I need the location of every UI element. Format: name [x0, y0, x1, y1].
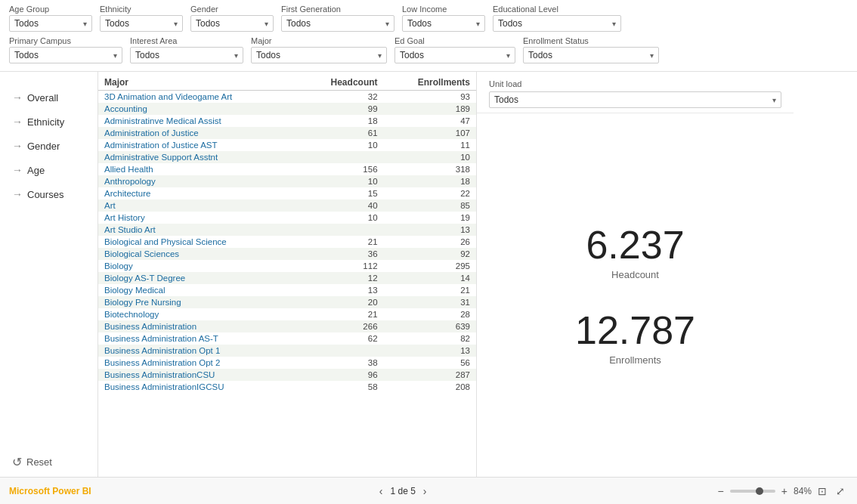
cell-headcount: 96 — [299, 369, 384, 381]
unit-load-value: Todos — [494, 94, 518, 105]
cell-headcount: 18 — [299, 115, 384, 127]
filter-group-first_generation: First Generation Todos ▾ — [281, 5, 394, 32]
filter-select-1[interactable]: Todos ▾ — [100, 15, 183, 32]
sidebar-item-gender[interactable]: →Gender — [0, 134, 97, 158]
majors-table: Major Headcount Enrollments 3D Animation… — [98, 75, 476, 393]
table-row[interactable]: Biological Sciences 36 92 — [98, 248, 476, 260]
cell-major: Allied Health — [98, 163, 299, 175]
filter-group-gender: Gender Todos ▾ — [190, 5, 274, 32]
table-row[interactable]: Biology 112 295 — [98, 260, 476, 272]
cell-headcount — [299, 345, 384, 357]
filter-select-4[interactable]: Todos ▾ — [402, 15, 485, 32]
table-row[interactable]: Business Administration Opt 2 38 56 — [98, 357, 476, 369]
sidebar: →Overall→Ethnicity→Gender→Age→Courses ↺ … — [0, 72, 98, 477]
cell-headcount: 32 — [299, 91, 384, 104]
filter-label-0: Age Group — [9, 5, 92, 14]
filter-select-3[interactable]: Todos ▾ — [281, 15, 394, 32]
table-row[interactable]: Biotechnology 21 28 — [98, 308, 476, 320]
cell-major: Business AdministrationCSU — [98, 369, 299, 381]
table-row[interactable]: Business AdministrationIGCSU 58 208 — [98, 381, 476, 393]
table-row[interactable]: Art 40 85 — [98, 199, 476, 212]
reset-button[interactable]: ↺ Reset — [0, 447, 97, 477]
sidebar-item-age[interactable]: →Age — [0, 158, 97, 182]
prev-page-button[interactable]: ‹ — [376, 484, 386, 499]
unit-load-select[interactable]: Todos ▾ — [489, 91, 781, 108]
zoom-slider[interactable] — [730, 490, 775, 493]
zoom-controls: − + 84% ⊡ ⤢ — [715, 485, 848, 497]
sidebar-label-4: Courses — [27, 189, 63, 200]
cell-enrollments: 13 — [384, 345, 476, 357]
table-row[interactable]: Administratinve Medical Assist 18 47 — [98, 115, 476, 127]
sidebar-arrow-4: → — [12, 188, 23, 200]
cell-major: Anthropology — [98, 175, 299, 187]
col-enrollments: Enrollments — [384, 75, 476, 91]
filter2-select-0[interactable]: Todos ▾ — [9, 47, 122, 63]
cell-enrollments: 85 — [384, 199, 476, 212]
cell-headcount: 58 — [299, 381, 384, 393]
table-row[interactable]: Biology Medical 13 21 — [98, 284, 476, 296]
sidebar-item-courses[interactable]: →Courses — [0, 182, 97, 206]
cell-enrollments: 22 — [384, 187, 476, 199]
sidebar-arrow-1: → — [12, 116, 23, 128]
cell-major: Biology — [98, 260, 299, 272]
table-row[interactable]: Art History 10 19 — [98, 212, 476, 224]
zoom-out-button[interactable]: − — [715, 485, 727, 497]
cell-headcount: 156 — [299, 163, 384, 175]
filter2-select-2[interactable]: Todos ▾ — [251, 47, 387, 63]
filter2-label-2: Major — [251, 36, 387, 45]
cell-headcount: 36 — [299, 248, 384, 260]
cell-enrollments: 189 — [384, 103, 476, 115]
table-row[interactable]: Allied Health 156 318 — [98, 163, 476, 175]
table-row[interactable]: Business AdministrationCSU 96 287 — [98, 369, 476, 381]
table-row[interactable]: Biology AS-T Degree 12 14 — [98, 272, 476, 284]
table-row[interactable]: Art Studio Art 13 — [98, 224, 476, 236]
zoom-in-button[interactable]: + — [778, 485, 790, 497]
filter2-select-4[interactable]: Todos ▾ — [523, 47, 659, 63]
filter-group-educational_level: Educational Level Todos ▾ — [493, 5, 621, 32]
table-row[interactable]: Business Administration 266 639 — [98, 320, 476, 332]
filter-label-3: First Generation — [281, 5, 394, 14]
sidebar-item-overall[interactable]: →Overall — [0, 85, 97, 110]
table-row[interactable]: Administrative Support Asstnt 10 — [98, 151, 476, 163]
next-page-button[interactable]: › — [420, 484, 430, 499]
cell-major: Administratinve Medical Assist — [98, 115, 299, 127]
table-row[interactable]: Business Administration AS-T 62 82 — [98, 332, 476, 345]
fit-page-button[interactable]: ⊡ — [815, 485, 830, 497]
cell-major: Biology AS-T Degree — [98, 272, 299, 284]
table-row[interactable]: 3D Animation and Videogame Art 32 93 — [98, 91, 476, 104]
cell-major: Biology Pre Nursing — [98, 296, 299, 308]
sidebar-label-1: Ethnicity — [27, 116, 64, 128]
filter2-select-1[interactable]: Todos ▾ — [130, 47, 243, 63]
table-row[interactable]: Business Administration Opt 1 13 — [98, 345, 476, 357]
cell-major: Administration of Justice AST — [98, 139, 299, 151]
cell-enrollments: 18 — [384, 175, 476, 187]
table-row[interactable]: Administration of Justice 61 107 — [98, 127, 476, 139]
cell-enrollments: 92 — [384, 248, 476, 260]
sidebar-arrow-2: → — [12, 140, 23, 152]
enrollments-label: Enrollments — [575, 354, 695, 366]
expand-button[interactable]: ⤢ — [833, 485, 848, 497]
filter2-label-4: Enrollment Status — [523, 36, 659, 45]
filter-select-0[interactable]: Todos ▾ — [9, 15, 92, 32]
filter-select-2[interactable]: Todos ▾ — [190, 15, 274, 32]
filter-group2-primary_campus: Primary Campus Todos ▾ — [9, 36, 122, 63]
cell-enrollments: 26 — [384, 236, 476, 248]
filter-select-5[interactable]: Todos ▾ — [493, 15, 621, 32]
enrollments-stat: 12.787 Enrollments — [575, 311, 695, 366]
cell-headcount: 40 — [299, 199, 384, 212]
bottom-bar: Microsoft Power BI ‹ 1 de 5 › − + 84% ⊡ … — [0, 477, 857, 504]
table-row[interactable]: Biological and Physical Science 21 26 — [98, 236, 476, 248]
table-row[interactable]: Biology Pre Nursing 20 31 — [98, 296, 476, 308]
cell-headcount: 13 — [299, 284, 384, 296]
sidebar-item-ethnicity[interactable]: →Ethnicity — [0, 110, 97, 134]
table-row[interactable]: Anthropology 10 18 — [98, 175, 476, 187]
powerbi-link[interactable]: Microsoft Power BI — [9, 486, 91, 496]
cell-enrollments: 93 — [384, 91, 476, 104]
cell-major: Biological and Physical Science — [98, 236, 299, 248]
filter-label-4: Low Income — [402, 5, 485, 14]
filter2-select-3[interactable]: Todos ▾ — [394, 47, 515, 63]
table-row[interactable]: Accounting 99 189 — [98, 103, 476, 115]
table-row[interactable]: Administration of Justice AST 10 11 — [98, 139, 476, 151]
cell-headcount: 10 — [299, 212, 384, 224]
table-row[interactable]: Architecture 15 22 — [98, 187, 476, 199]
